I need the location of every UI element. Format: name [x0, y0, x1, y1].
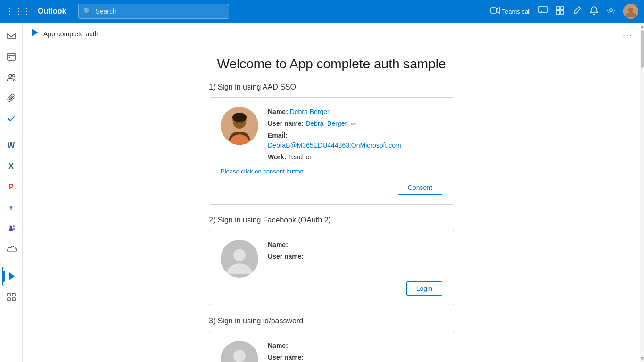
content-area: App complete auth ... Welcome to App com…	[23, 23, 640, 362]
facebook-user-info-row: Name: User name:	[221, 240, 442, 278]
sidebar-item-all-apps[interactable]	[2, 288, 21, 306]
aad-name-label: Name:	[268, 108, 288, 115]
aad-work-row: Work: Teacher	[268, 152, 442, 162]
svg-rect-17	[12, 293, 15, 296]
svg-rect-5	[561, 11, 564, 14]
idpassword-name-row: Name:	[268, 341, 442, 351]
aad-user-info-row: Name: Debra Berger User name: Debra_Berg…	[221, 107, 442, 164]
svg-rect-3	[561, 7, 564, 10]
aad-email-value: DebraB@M365EDU444863.OnMicrosoft.com	[268, 141, 401, 149]
sidebar-item-excel[interactable]: X	[2, 157, 21, 176]
layout-icon[interactable]	[555, 6, 565, 17]
scroll-up-arrow[interactable]: ▲	[640, 23, 644, 30]
chat-icon[interactable]	[538, 6, 548, 17]
svg-rect-2	[556, 7, 560, 10]
svg-point-13	[12, 75, 15, 77]
sidebar: W X P Y	[0, 23, 23, 362]
card-idpassword: Name: User name: Email: Work	[209, 331, 454, 362]
sidebar-item-powerpoint[interactable]: P	[2, 178, 21, 197]
svg-point-15	[13, 225, 15, 227]
svg-point-24	[236, 121, 238, 123]
sidebar-divider-1	[4, 132, 19, 132]
facebook-name-label: Name:	[268, 241, 288, 248]
main-layout: W X P Y	[0, 23, 644, 362]
idpassword-username-row: User name:	[268, 353, 442, 362]
aad-work-value: Teacher	[288, 153, 312, 161]
waffle-icon[interactable]: ⋮⋮⋮	[6, 6, 31, 16]
consent-button[interactable]: Consent	[398, 181, 442, 195]
scroll-down-arrow[interactable]: ▼	[640, 354, 644, 362]
svg-rect-9	[8, 33, 15, 39]
section-facebook: 2) Sign in using Facebook (OAuth 2)	[209, 216, 454, 305]
scroll-track[interactable]	[640, 30, 644, 354]
card-facebook: Name: User name: Login	[209, 230, 454, 305]
idpassword-username-label: User name:	[268, 354, 304, 361]
svg-point-12	[9, 74, 12, 77]
svg-rect-1	[539, 6, 547, 13]
aad-email-label: Email:	[268, 132, 288, 139]
sidebar-item-email[interactable]	[2, 26, 21, 45]
idpassword-user-info-row: Name: User name: Email: Work	[221, 341, 442, 362]
section-idpassword: 3) Sign in using id/password	[209, 317, 454, 362]
page-title: Welcome to App complete auth sample	[217, 57, 446, 72]
sidebar-item-teams[interactable]	[2, 219, 21, 238]
bell-icon[interactable]	[589, 6, 599, 17]
teams-call-label: Teams call	[502, 8, 531, 15]
facebook-card-actions: Login	[221, 281, 442, 296]
sidebar-item-yammer[interactable]: Y	[2, 198, 21, 217]
idpassword-name-label: Name:	[268, 342, 288, 349]
settings-icon[interactable]	[606, 6, 616, 17]
sidebar-item-calendar[interactable]	[2, 47, 21, 66]
idpassword-user-avatar	[221, 341, 258, 362]
sidebar-divider-2	[4, 263, 19, 263]
svg-rect-16	[8, 293, 10, 296]
user-avatar[interactable]	[623, 4, 638, 19]
idpassword-user-details: Name: User name: Email: Work	[268, 341, 442, 362]
aad-name-value: Debra Berger	[290, 108, 330, 115]
svg-rect-11	[9, 57, 10, 58]
aad-name-row: Name: Debra Berger	[268, 107, 442, 117]
svg-rect-19	[12, 298, 15, 301]
aad-work-label: Work:	[268, 153, 286, 161]
svg-rect-10	[8, 53, 15, 60]
svg-rect-4	[556, 11, 560, 14]
sidebar-item-attachments[interactable]	[2, 89, 21, 107]
sidebar-item-todo[interactable]	[2, 109, 21, 128]
page-content: Welcome to App complete auth sample 1) S…	[23, 45, 640, 362]
svg-point-27	[233, 249, 246, 261]
sidebar-item-plugin[interactable]	[2, 267, 21, 286]
facebook-login-button[interactable]: Login	[406, 281, 442, 296]
teams-call-action[interactable]: Teams call	[490, 7, 531, 16]
breadcrumb-bar: App complete auth ...	[23, 23, 640, 45]
aad-username-value: Debra_Berger	[305, 120, 347, 127]
aad-username-row: User name: Debra_Berger ✏	[268, 119, 442, 129]
aad-username-edit-icon[interactable]: ✏	[351, 120, 356, 127]
sidebar-item-onedrive[interactable]	[2, 240, 21, 259]
topbar: ⋮⋮⋮ Outlook 🔍 Teams call	[0, 0, 644, 23]
svg-point-8	[628, 8, 633, 12]
search-icon: 🔍	[83, 8, 91, 15]
facebook-name-row: Name:	[268, 240, 442, 250]
video-icon	[490, 7, 500, 16]
search-input[interactable]	[95, 8, 224, 15]
svg-point-6	[610, 9, 612, 12]
svg-point-14	[9, 226, 12, 228]
aad-consent-text: Please click on consent button	[221, 168, 442, 175]
facebook-user-details: Name: User name:	[268, 240, 442, 263]
svg-point-25	[241, 121, 243, 123]
sidebar-item-people[interactable]	[2, 68, 21, 87]
topbar-actions: Teams call	[490, 4, 638, 19]
svg-rect-0	[491, 8, 496, 13]
section-aad: 1) Sign in using AAD SSO	[209, 83, 454, 205]
aad-card-actions: Consent	[221, 181, 442, 195]
pen-icon[interactable]	[572, 6, 582, 17]
search-bar[interactable]: 🔍	[78, 4, 229, 19]
sidebar-item-word[interactable]: W	[2, 136, 21, 155]
app-title: Outlook	[38, 7, 66, 16]
aad-user-avatar	[221, 107, 258, 145]
scrollbar[interactable]: ▲ ▼	[640, 23, 644, 362]
facebook-user-avatar	[221, 240, 258, 278]
breadcrumb-more-button[interactable]: ...	[623, 29, 633, 39]
card-aad: Name: Debra Berger User name: Debra_Berg…	[209, 97, 454, 205]
scroll-thumb[interactable]	[641, 30, 644, 68]
